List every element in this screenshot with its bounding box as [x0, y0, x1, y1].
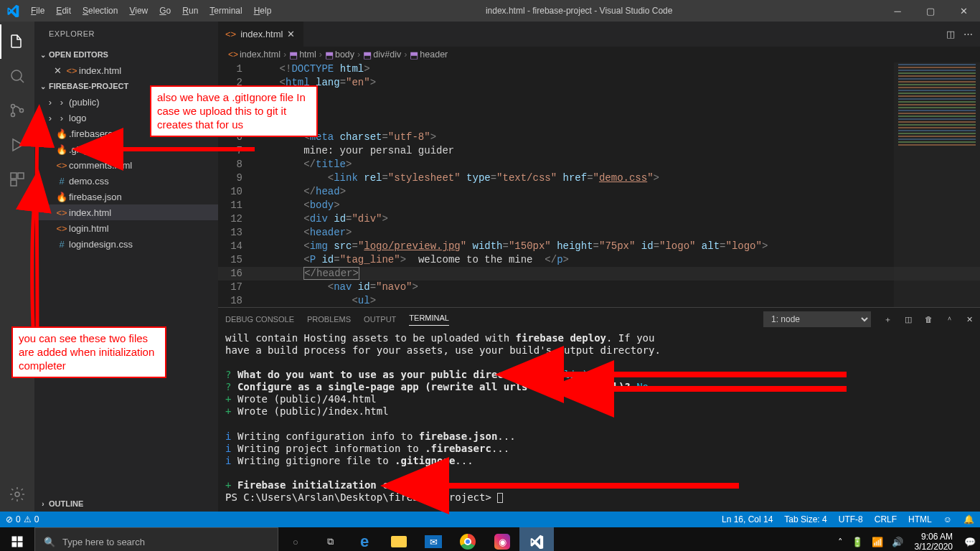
menu-go[interactable]: Go: [154, 0, 176, 22]
explorer-title: EXPLORER: [34, 22, 218, 47]
code-line[interactable]: 15 <P id="tag_line"> welcome to the mine…: [218, 253, 980, 267]
maximize-button[interactable]: ▢: [914, 0, 947, 22]
breadcrumbs[interactable]: <> index.html› ⬒html› ⬒body› ⬒div#div› ⬒…: [218, 47, 980, 62]
code-line[interactable]: 6 <meta charset="utf-8">: [218, 131, 980, 144]
svg-rect-11: [18, 542, 23, 547]
explorer-icon[interactable]: [0, 24, 34, 59]
battery-icon[interactable]: 🔋: [847, 537, 867, 547]
code-line[interactable]: 13 <header>: [218, 226, 980, 240]
file-explorer-icon[interactable]: [382, 527, 416, 551]
open-editor-label: index.html: [79, 65, 121, 76]
menu-help[interactable]: Help: [248, 0, 278, 22]
code-editor[interactable]: 1 <!DOCTYPE html>2 <html lang="en">3 4 <…: [218, 62, 980, 307]
file-tree-item[interactable]: <>comments.html: [34, 157, 218, 173]
split-terminal-icon[interactable]: ◫: [905, 315, 912, 324]
code-line[interactable]: 18 <ul>: [218, 294, 980, 307]
code-line[interactable]: 16 </header>: [218, 267, 980, 281]
menu-file[interactable]: File: [25, 0, 50, 22]
breadcrumb-item[interactable]: div#div: [373, 50, 401, 60]
status-errors[interactable]: ⊘0⚠0: [0, 514, 44, 524]
error-icon: ⊘: [6, 514, 13, 524]
vscode-taskbar-icon[interactable]: [519, 527, 554, 551]
minimap[interactable]: [894, 62, 980, 307]
code-line[interactable]: 10 </head>: [218, 185, 980, 199]
source-control-icon[interactable]: [0, 93, 34, 128]
code-line[interactable]: 7 mine: your persnal guider: [218, 144, 980, 158]
extensions-icon[interactable]: [0, 162, 34, 197]
cortana-icon[interactable]: ○: [278, 527, 313, 551]
code-line[interactable]: 14 <img src="logo/preview.jpg" width="15…: [218, 240, 980, 253]
action-center-icon[interactable]: 💬: [960, 537, 980, 547]
volume-icon[interactable]: 🔊: [887, 537, 908, 547]
close-icon[interactable]: ✕: [50, 65, 65, 76]
feedback-icon[interactable]: ☺: [938, 514, 958, 524]
notifications-icon[interactable]: 🔔: [958, 514, 980, 524]
instagram-icon[interactable]: ◉: [485, 527, 519, 551]
breadcrumb-item[interactable]: body: [335, 50, 354, 60]
warning-icon: ⚠: [24, 514, 32, 524]
code-line[interactable]: 3: [218, 90, 980, 103]
open-editors-header[interactable]: ⌄OPEN EDITORS: [34, 47, 218, 62]
menu-terminal[interactable]: Terminal: [204, 0, 248, 22]
outline-header[interactable]: ›OUTLINE: [34, 496, 218, 512]
menu-view[interactable]: View: [123, 0, 154, 22]
settings-gear-icon[interactable]: [0, 477, 34, 512]
taskbar-search[interactable]: 🔍 Type here to search: [34, 527, 278, 551]
file-tree-item[interactable]: <>index.html: [34, 204, 218, 220]
tray-chevron-icon[interactable]: ˄: [834, 537, 847, 547]
minimize-button[interactable]: ─: [881, 0, 914, 22]
maximize-panel-icon[interactable]: ＾: [946, 314, 953, 325]
more-actions-icon[interactable]: ⋯: [963, 29, 973, 39]
panel-tab-output[interactable]: OUTPUT: [364, 315, 396, 324]
file-tree-item[interactable]: #logindesign.css: [34, 236, 218, 252]
status-lncol[interactable]: Ln 16, Col 14: [716, 514, 778, 524]
mail-icon[interactable]: ✉: [416, 527, 451, 551]
menu-edit[interactable]: Edit: [50, 0, 77, 22]
start-button[interactable]: [0, 527, 34, 551]
menu-run[interactable]: Run: [176, 0, 204, 22]
file-tree-item[interactable]: 🔥firebase.json: [34, 189, 218, 204]
file-tree-item[interactable]: 🔥.gitignore: [34, 141, 218, 157]
close-panel-icon[interactable]: ✕: [966, 315, 973, 324]
file-tree-item[interactable]: <>login.html: [34, 220, 218, 236]
chrome-icon[interactable]: [451, 527, 485, 551]
code-line[interactable]: 1 <!DOCTYPE html>: [218, 62, 980, 76]
split-editor-icon[interactable]: ◫: [946, 29, 955, 39]
panel-tab-problems[interactable]: PROBLEMS: [307, 315, 351, 324]
breadcrumb-item[interactable]: html: [299, 50, 316, 60]
code-line[interactable]: 4 <head>: [218, 103, 980, 117]
panel-tab-terminal[interactable]: TERMINAL: [409, 314, 449, 326]
code-line[interactable]: 8 </title>: [218, 158, 980, 171]
tab-close-icon[interactable]: ✕: [287, 29, 295, 39]
folder-icon: ›: [55, 97, 69, 108]
status-encoding[interactable]: UTF-8: [833, 514, 869, 524]
open-editor-item[interactable]: ✕ <> index.html: [34, 62, 218, 78]
search-icon[interactable]: [0, 59, 34, 93]
edge-icon[interactable]: e: [347, 527, 382, 551]
status-eol[interactable]: CRLF: [869, 514, 903, 524]
breadcrumb-item[interactable]: index.html: [240, 50, 281, 60]
wifi-icon[interactable]: 📶: [867, 537, 887, 547]
code-line[interactable]: 12 <div id="div">: [218, 212, 980, 226]
code-line[interactable]: 11 <body>: [218, 199, 980, 212]
status-language[interactable]: HTML: [903, 514, 938, 524]
search-icon: 🔍: [44, 537, 55, 547]
file-tree-item[interactable]: #demo.css: [34, 173, 218, 189]
clock[interactable]: 9:06 AM3/12/2020: [908, 532, 960, 551]
task-view-icon[interactable]: ⧉: [313, 527, 347, 551]
breadcrumb-item[interactable]: header: [420, 50, 448, 60]
close-button[interactable]: ✕: [947, 0, 980, 22]
new-terminal-icon[interactable]: ＋: [884, 314, 892, 325]
terminal-selector[interactable]: 1: node: [763, 311, 871, 327]
code-line[interactable]: 9 <link rel="stylesheet" type="text/css"…: [218, 171, 980, 185]
kill-terminal-icon[interactable]: 🗑: [925, 315, 933, 324]
menu-selection[interactable]: Selection: [77, 0, 123, 22]
code-line[interactable]: 5: [218, 117, 980, 131]
panel-tab-debug[interactable]: DEBUG CONSOLE: [225, 315, 294, 324]
status-tabsize[interactable]: Tab Size: 4: [778, 514, 832, 524]
code-line[interactable]: 17 <nav id="navo">: [218, 281, 980, 294]
run-debug-icon[interactable]: [0, 128, 34, 162]
terminal-body[interactable]: will contain Hosting assets to be upload…: [218, 331, 980, 512]
code-line[interactable]: 2 <html lang="en">: [218, 76, 980, 90]
tab-index-html[interactable]: <> index.html ✕: [218, 22, 304, 47]
